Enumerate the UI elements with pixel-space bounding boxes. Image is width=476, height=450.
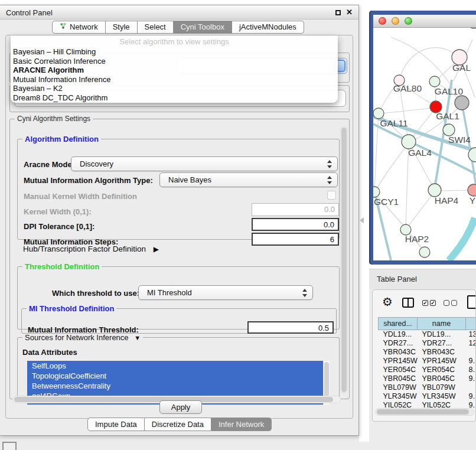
gear-icon[interactable]: ⚙ — [382, 295, 393, 309]
kernel-width-input[interactable]: 0.0 — [252, 203, 339, 216]
network-window: GALGAL80GAL10GAL1GAL11SWI4GAL4GCY1HAP4YH… — [369, 11, 476, 265]
node-gal10[interactable] — [429, 76, 440, 87]
close-traffic-light-icon[interactable] — [379, 17, 386, 25]
data-attribute-item[interactable]: TopologicalCoefficient — [27, 371, 330, 381]
tab-label: Style — [113, 21, 130, 33]
table-cell: YPR145W — [379, 357, 418, 366]
node-y[interactable] — [468, 184, 476, 196]
column-header[interactable]: name — [418, 318, 466, 330]
table-row[interactable]: YDL19...YDL19...13 — [379, 330, 476, 339]
table-horizontal-scrollbar[interactable] — [375, 408, 474, 416]
bottom-tab-discretize-data[interactable]: Discretize Data — [145, 418, 211, 431]
node-unlabeled[interactable] — [419, 247, 430, 257]
column-header[interactable]: shared... — [379, 318, 418, 330]
node-label: HAP2 — [405, 234, 429, 244]
algorithm-option[interactable]: Bayesian – Hill Climbing — [11, 47, 338, 57]
unchecked-box-icon — [444, 300, 449, 306]
mi-threshold-input[interactable]: 0.5 — [247, 321, 334, 334]
scrollbar-thumb[interactable] — [341, 128, 347, 392]
which-threshold-combo[interactable]: MI Threshold — [138, 285, 313, 300]
node-swi4[interactable] — [443, 124, 455, 136]
hub-definition-toggle[interactable]: Hub/Transcription Factor Definition ▶ — [23, 244, 159, 253]
dpi-tolerance-input[interactable]: 0.0 — [252, 218, 339, 231]
network-nodes: GALGAL80GAL10GAL1GAL11SWI4GAL4GCY1HAP4YH… — [373, 28, 476, 257]
scrollbar-thumb[interactable] — [377, 409, 469, 415]
close-icon[interactable]: ✕ — [346, 9, 353, 16]
table-cell: YLR345W — [379, 392, 418, 401]
algorithm-option[interactable]: ARACNE Algorithm — [11, 66, 338, 75]
corner-widget-icon[interactable] — [2, 442, 17, 450]
which-threshold-label: Which threshold to use: — [52, 289, 139, 298]
algorithm-option[interactable]: Dream8 DC_TDC Algorithm — [11, 93, 338, 103]
table-row[interactable]: YDR27...YDR27...12 — [379, 339, 476, 348]
sources-legend[interactable]: Sources for Network Inference ▼ — [22, 333, 143, 342]
table-cell: 13 — [466, 330, 476, 339]
algorithm-option[interactable]: Bayesian – K2 — [11, 84, 338, 93]
node-unlabeled[interactable] — [467, 28, 476, 28]
table-row[interactable]: YBR043CYBR043C — [379, 348, 476, 357]
settings-vertical-scrollbar[interactable] — [340, 126, 348, 393]
dropdown-items: Bayesian – Hill ClimbingBasic Correlatio… — [11, 47, 338, 103]
columns-icon[interactable] — [402, 298, 414, 308]
node-label: GAL10 — [435, 86, 464, 96]
new-table-icon[interactable] — [467, 295, 476, 309]
manual-kernel-checkbox[interactable] — [327, 191, 336, 200]
zoom-traffic-light-icon[interactable] — [405, 17, 412, 25]
table-row[interactable]: YLR345WYLR345W9. — [379, 392, 476, 401]
node-gal11[interactable] — [373, 108, 384, 119]
node-gal4[interactable] — [402, 135, 416, 149]
table-cell — [466, 348, 476, 357]
column-header[interactable] — [466, 318, 476, 330]
float-window-icon[interactable] — [335, 10, 341, 15]
data-attributes-label: Data Attributes — [22, 348, 77, 357]
table-row[interactable]: YBR045CYBR045C9. — [379, 374, 476, 383]
control-panel-titlebar[interactable]: Control Panel ✕ — [0, 5, 358, 19]
data-attribute-item[interactable]: BetweennessCentrality — [27, 381, 330, 391]
bottom-tab-infer-network[interactable]: Infer Network — [211, 418, 272, 431]
table-row[interactable]: YBL079WYBL079W — [379, 383, 476, 392]
tab-select[interactable]: Select — [138, 21, 174, 34]
mi-type-combo[interactable]: Naive Bayes — [159, 172, 338, 187]
network-view: GALGAL80GAL10GAL1GAL11SWI4GAL4GCY1HAP4YH… — [373, 15, 476, 260]
network-canvas[interactable]: GALGAL80GAL10GAL1GAL11SWI4GAL4GCY1HAP4YH… — [373, 28, 476, 260]
collapse-down-icon: ▼ — [134, 334, 141, 341]
unchecked-box-icon — [451, 300, 457, 306]
combo-arrows-icon — [327, 160, 332, 168]
table-cell: 9. — [466, 392, 476, 401]
table-row[interactable]: YPR145WYPR145W9. — [379, 357, 476, 366]
table-cell: YLR345W — [418, 392, 466, 401]
tab-cyni-toolbox[interactable]: Cyni Toolbox — [174, 21, 232, 34]
minimize-traffic-light-icon[interactable] — [392, 17, 399, 25]
algorithm-option[interactable]: Mutual Information Inference — [11, 75, 338, 84]
splitter-handle-icon[interactable] — [360, 217, 364, 223]
table-cell: YBL079W — [379, 383, 418, 392]
node-label: GAL1 — [436, 111, 459, 121]
threshold-definition-group: Threshold Definition Which threshold to … — [17, 262, 340, 330]
node-label: GAL — [452, 63, 471, 73]
unselect-all-columns-icon[interactable] — [444, 300, 457, 306]
network-titlebar[interactable] — [373, 15, 476, 28]
apply-button[interactable]: Apply — [159, 400, 202, 414]
table-cell: YBR043C — [379, 348, 418, 357]
table-row[interactable]: YER054CYER054C8. — [379, 366, 476, 374]
mi-steps-input[interactable]: 6 — [252, 233, 339, 246]
algorithm-option[interactable]: Basic Correlation Inference — [11, 57, 338, 66]
data-attribute-item[interactable]: SelfLoops — [27, 361, 330, 371]
aracne-mode-combo[interactable]: Discovery — [71, 156, 338, 171]
sources-group: Sources for Network Inference ▼ Data Att… — [17, 333, 340, 398]
node-hap4[interactable] — [428, 184, 441, 197]
node-label: GAL80 — [393, 83, 422, 93]
node-label: GAL4 — [408, 148, 432, 158]
tab-style[interactable]: Style — [106, 21, 138, 34]
threshold-definition-legend: Threshold Definition — [22, 262, 102, 271]
table-cell: YBR045C — [418, 374, 466, 383]
tab-network[interactable]: Network — [52, 21, 106, 34]
mi-threshold-group: MI Threshold Definition Mutual Informati… — [21, 304, 337, 334]
bottom-tab-impute-data[interactable]: Impute Data — [87, 418, 145, 431]
table-cell: YDL19... — [418, 330, 466, 339]
node-unlabeled[interactable] — [455, 96, 469, 110]
aracne-mode-label: Aracne Mode: — [24, 160, 74, 169]
select-all-columns-icon[interactable]: ✓ ✓ — [422, 300, 436, 306]
tab-jactivemnodules[interactable]: jActiveMNodules — [232, 21, 304, 34]
node-gcy1[interactable] — [373, 187, 380, 197]
